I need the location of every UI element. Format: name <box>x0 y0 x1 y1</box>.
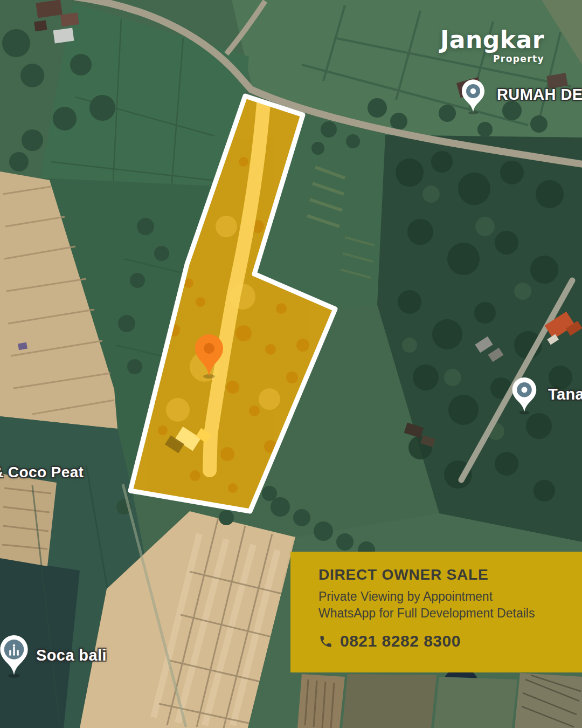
map-label-coco-peat: & Coco Peat <box>0 464 84 481</box>
brand-logo: Jangkar Property <box>440 28 544 64</box>
brand-tagline: Property <box>440 53 544 64</box>
phone-icon <box>318 634 333 649</box>
phone-row[interactable]: 0821 8282 8300 <box>318 632 572 650</box>
phone-number[interactable]: 0821 8282 8300 <box>340 632 461 650</box>
map-label-rumah-de: RUMAH DE <box>497 86 582 104</box>
property-listing-poster: RUMAH DE Tana & Coco Peat Soca bali Jang… <box>0 0 582 728</box>
map-label-soca-bali: Soca bali <box>36 647 107 664</box>
brand-name: Jangkar <box>440 28 544 52</box>
map-label-tana: Tana <box>548 386 582 403</box>
info-title: DIRECT OWNER SALE <box>318 566 572 583</box>
info-subtitle-2: WhatsApp for Full Development Details <box>318 606 572 621</box>
info-subtitle-1: Private Viewing by Appointment <box>318 589 572 604</box>
info-box: DIRECT OWNER SALE Private Viewing by App… <box>290 552 582 672</box>
